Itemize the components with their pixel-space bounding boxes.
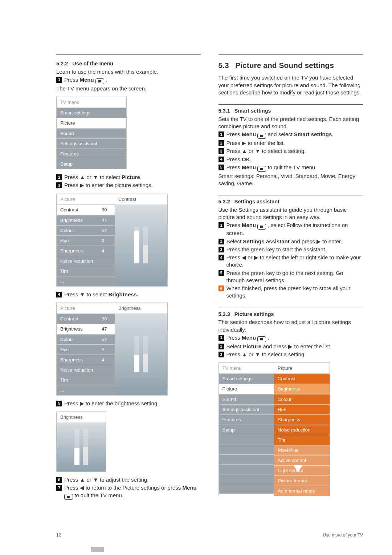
section-title: Smart settings xyxy=(234,108,271,114)
setting-row[interactable]: Sharpness4 xyxy=(57,355,115,365)
setting-row-selected[interactable]: Contrast90 xyxy=(57,204,115,215)
tv-menu-item[interactable]: Settings assistant xyxy=(219,404,274,414)
step-badge-2: 2 xyxy=(219,239,224,244)
tv-menu-item-empty xyxy=(219,484,274,494)
menu-icon xyxy=(64,494,73,500)
step-badge-1: 1 xyxy=(219,222,224,228)
step-badge-2: 2 xyxy=(56,174,62,180)
page-footer: 12 Use more of your TV xyxy=(56,532,363,538)
step-badge-1: 1 xyxy=(219,335,224,341)
step-3: 3Press the green key to start the assist… xyxy=(219,246,363,253)
picture-item[interactable]: Auto format mode xyxy=(274,486,330,496)
tv-menu-item[interactable]: Settings assistant xyxy=(57,138,126,149)
setting-row[interactable]: Tint xyxy=(57,266,115,276)
tv-menu-item-selected[interactable]: Picture xyxy=(57,118,126,128)
panel-title: Brightness xyxy=(57,412,106,422)
manual-page: 5.2.2 Use of the menu Learn to use the m… xyxy=(0,0,392,555)
step-badge-6: 6 xyxy=(56,477,62,483)
picture-item[interactable]: Tint xyxy=(274,435,330,445)
level-bar-reference xyxy=(143,227,148,263)
picture-item[interactable]: Noise reduction xyxy=(274,425,330,435)
setting-row[interactable]: Hue0 xyxy=(57,235,115,246)
tv-menu-item-selected[interactable]: Picture xyxy=(219,384,274,394)
picture-item[interactable]: Sharpness xyxy=(274,414,330,425)
tv-menu-panel: TV menu Smart settings Picture Sound Set… xyxy=(56,97,127,169)
section-5-3-3-heading: 5.3.3 Picture settings xyxy=(219,311,363,318)
step-badge-4: 4 xyxy=(219,157,224,162)
level-bar-current[interactable] xyxy=(134,336,139,372)
picture-item[interactable]: Picture format xyxy=(274,475,330,486)
tv-menu-item[interactable]: Smart settings xyxy=(57,108,126,118)
tv-menu-item[interactable]: Smart settings xyxy=(219,373,274,384)
setting-row[interactable]: Brightness47 xyxy=(57,215,115,225)
section-5-2-2-heading: 5.2.2 Use of the menu xyxy=(56,60,201,68)
picture-brightness-panel: Picture Contrast98 Brightness47 Colour52… xyxy=(56,303,168,396)
section-intro: The first time you switched on the TV yo… xyxy=(219,74,363,96)
tv-menu-item[interactable]: Sound xyxy=(219,394,274,404)
step-note: The TV menu appears on the screen. xyxy=(56,85,201,92)
step-5: 5Press Menu to quit the TV menu. xyxy=(219,164,363,172)
tvmenu-picture-panel: TV menu Smart settings Picture Sound Set… xyxy=(219,362,330,496)
step-3: 3Press ▲ or ▼ to select a setting. xyxy=(219,351,363,358)
setting-row[interactable]: Hue0 xyxy=(57,344,115,355)
picture-item[interactable]: Contrast xyxy=(274,373,330,384)
step-4: 4 Press ▼ to select Brightness. xyxy=(56,291,201,298)
two-column-layout: 5.2.2 Use of the menu Learn to use the m… xyxy=(56,54,363,501)
bar-column: Brightness xyxy=(115,303,167,395)
section-5-3-1-heading: 5.3.1 Smart settings xyxy=(219,108,363,115)
setting-row[interactable]: Colour52 xyxy=(57,334,115,344)
section-number: 5.3 xyxy=(219,61,229,69)
setting-row[interactable]: Tint xyxy=(57,375,115,385)
step-text: Press ▶ to enter the brightness setting. xyxy=(64,400,201,407)
step-text: Press ◀ or ▶ to select the left or right… xyxy=(226,254,363,269)
picture-item[interactable]: Colour xyxy=(274,394,330,404)
step-1: 1Press Menu . xyxy=(219,334,363,342)
picture-item[interactable]: Active control xyxy=(274,455,330,465)
picture-item-selected[interactable]: Brightness xyxy=(274,384,330,394)
step-1: 1Press Menu , select Follow the instruct… xyxy=(219,222,363,237)
level-bars xyxy=(115,313,167,395)
section-title: Settings assistant xyxy=(234,199,279,204)
setting-row[interactable]: Noise reduction xyxy=(57,256,115,266)
step-badge-3: 3 xyxy=(219,148,224,154)
step-text: Press the green key to go to the next se… xyxy=(226,270,363,284)
tv-menu-item[interactable]: Setup xyxy=(57,159,126,169)
step-badge-1: 1 xyxy=(56,77,62,83)
setting-row[interactable]: Contrast98 xyxy=(57,313,115,324)
step-badge-3: 3 xyxy=(219,352,224,357)
brightness-panel: Brightness xyxy=(56,412,106,472)
setting-row-more[interactable]: ... xyxy=(57,276,115,286)
step-badge-2: 2 xyxy=(219,344,224,349)
section-5-3-heading: 5.3 Picture and Sound settings xyxy=(219,60,363,70)
setting-row[interactable]: Noise reduction xyxy=(57,365,115,375)
tv-menu-item[interactable]: Setup xyxy=(219,425,274,435)
section-intro: This section describes how to adjust all… xyxy=(219,319,363,333)
step-text: Press Menu and select Smart settings. xyxy=(226,131,363,139)
right-column: 5.3 Picture and Sound settings The first… xyxy=(219,54,363,501)
step-1: 1 Press Menu and select Smart settings. xyxy=(219,131,363,139)
level-bar-current[interactable] xyxy=(74,429,79,465)
step-badge-1: 1 xyxy=(219,131,224,137)
picture-item[interactable]: Hue xyxy=(274,404,330,414)
tv-menu-item[interactable]: Features xyxy=(57,149,126,159)
tv-menu-item[interactable]: Sound xyxy=(57,128,126,138)
tv-menu-item[interactable]: Features xyxy=(219,414,274,425)
tv-menu-item-empty xyxy=(219,474,274,484)
setting-row[interactable]: Colour52 xyxy=(57,225,115,235)
setting-row[interactable]: Sharpness4 xyxy=(57,246,115,256)
setting-row-more[interactable]: ... xyxy=(57,385,115,395)
picture-contrast-panel: Picture Contrast90 Brightness47 Colour52… xyxy=(56,194,168,287)
section-title: Picture settings xyxy=(234,311,274,317)
step-text: Press ◀ to return to the Picture setting… xyxy=(64,484,201,499)
level-bar-current[interactable] xyxy=(134,227,139,263)
panel-title-right: Brightness xyxy=(115,303,167,313)
step-badge-4: 4 xyxy=(56,292,62,297)
level-bar-reference xyxy=(143,336,148,372)
menu-icon xyxy=(95,78,104,84)
setting-row-selected[interactable]: Brightness47 xyxy=(57,324,115,334)
divider xyxy=(219,195,363,195)
section-title: Use of the menu xyxy=(72,61,113,66)
step-6: 6When finished, press the green key to s… xyxy=(219,285,363,300)
picture-item[interactable]: Pixel Plus xyxy=(274,445,330,455)
section-intro: Sets the TV to one of the predefined set… xyxy=(219,116,363,130)
